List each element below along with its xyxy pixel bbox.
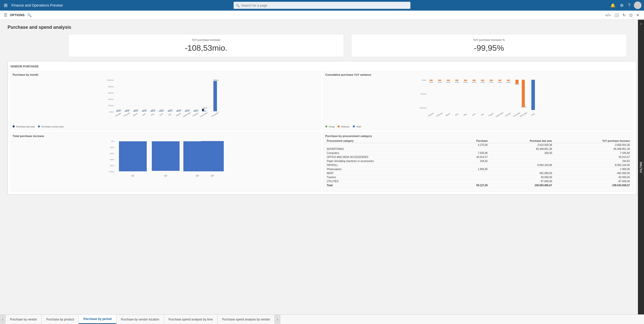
svg-text:-100mio.: -100mio. (419, 107, 427, 109)
procurement-title: Purchase by procurement category (325, 134, 631, 138)
svg-text:-1mio.: -1mio. (506, 81, 511, 83)
table-total-row: Total59.127,00108.593.685,67-108.534.558… (325, 183, 631, 187)
code-icon[interactable]: </> (604, 12, 611, 18)
legend-last-year: Purchase last year (13, 125, 35, 128)
svg-text:May: May (151, 113, 155, 116)
help-icon[interactable]: ? (627, 2, 631, 9)
search-input[interactable] (234, 2, 410, 9)
svg-rect-19 (133, 111, 135, 111)
svg-text:September: September (183, 112, 191, 118)
main-content: Purchase and spend analysis YoY purchase… (0, 20, 644, 314)
col-category: Procurement category (325, 139, 453, 143)
table-row: Photocopiers1.956,951.956,95 (325, 167, 631, 171)
svg-text:August: August (488, 112, 494, 117)
svg-rect-68 (438, 80, 441, 81)
svg-text:0mio.: 0mio. (109, 111, 114, 113)
table-row: Computers7.635,86200,007.435,86 (325, 151, 631, 155)
svg-rect-82 (498, 80, 501, 81)
table-row: 4.275,003.610.929,36-3.606.654,36 (325, 143, 631, 147)
svg-rect-78 (481, 80, 484, 81)
total-purchase-svg: 0% -20% -40% -60% -80% -100% (13, 139, 319, 188)
svg-rect-43 (202, 109, 204, 111)
svg-rect-38 (187, 111, 189, 111)
col-purchase: Purchase (453, 139, 489, 143)
cumulative-svg: 0mio. -50mio. -100mio. -1mio. -1mio. (325, 78, 631, 119)
svg-text:20mio.: 20mio. (108, 104, 114, 107)
svg-text:July: July (168, 113, 172, 116)
svg-text:-80%: -80% (109, 165, 114, 167)
table-row: PAYROLL8.954.104,95-8.954.104,95 (325, 163, 631, 167)
svg-text:-1mio.: -1mio. (472, 81, 477, 83)
svg-text:-1mio.: -1mio. (480, 81, 485, 83)
svg-text:1mio.: 1mio. (186, 109, 190, 111)
nav-right-icons: 🔔 ⚙ ? (609, 2, 641, 9)
svg-text:Total: Total (531, 113, 535, 116)
svg-rect-23 (144, 111, 146, 111)
svg-text:-1mio.: -1mio. (497, 81, 502, 83)
grid-icon[interactable]: ⊞ (3, 1, 9, 9)
svg-rect-25 (151, 111, 153, 111)
svg-rect-35 (179, 111, 181, 111)
avatar[interactable] (634, 2, 641, 9)
svg-rect-31 (168, 111, 170, 111)
svg-rect-122 (201, 141, 224, 171)
svg-rect-40 (193, 111, 195, 111)
legend-dot-reducer (338, 125, 340, 127)
svg-rect-14 (118, 111, 120, 111)
svg-text:Q3: Q3 (196, 174, 199, 177)
filter-panel[interactable]: ‹ FILTRE (638, 20, 644, 314)
table-row: Tractors40.000,00-40.000,00 (325, 175, 631, 179)
refresh-icon[interactable]: ↻ (622, 12, 627, 18)
svg-rect-86 (515, 80, 518, 84)
svg-rect-13 (116, 111, 118, 111)
settings-icon[interactable]: ⚙ (619, 2, 625, 9)
svg-text:March: March (133, 113, 138, 117)
legend-dot-last-year (13, 125, 15, 127)
menu-icon[interactable]: ☰ (4, 13, 7, 17)
svg-text:80mio.: 80mio. (108, 86, 114, 88)
svg-text:-100%: -100% (108, 171, 114, 173)
svg-rect-84 (507, 80, 510, 81)
legend-foreg: Foreg (325, 125, 335, 128)
svg-rect-46 (213, 81, 217, 111)
vendor-purchase-section: VENDOR PURCHASE Purchase by month 100mio… (8, 61, 636, 195)
kpi-value-0: -108,53mio. (75, 43, 338, 53)
cumulative-purchase-title: Cumulative purchase YoY variance (325, 73, 631, 76)
kpi-row: YoY purchase increase -108,53mio. YoY pu… (8, 34, 636, 57)
section-header: VENDOR PURCHASE (10, 64, 634, 69)
svg-text:1mio.: 1mio. (126, 109, 130, 111)
close-icon[interactable]: ✕ (635, 12, 640, 18)
table-header-row: Procurement category Purchase Purchase l… (325, 139, 631, 143)
table-row: Paper shredding machines or accessories2… (325, 159, 631, 163)
svg-text:1mio.: 1mio. (117, 109, 121, 111)
toolbar-search-icon[interactable]: 🔍 (27, 13, 32, 17)
svg-text:October: October (192, 112, 199, 117)
svg-rect-29 (161, 111, 163, 111)
split-icon[interactable]: ⊡ (629, 12, 633, 18)
svg-text:-1mio.: -1mio. (446, 81, 451, 83)
svg-text:-1mio.: -1mio. (463, 81, 468, 83)
svg-rect-17 (127, 111, 129, 111)
charts-grid: Purchase by month 100mio. 80mio. 60mio. … (10, 71, 634, 192)
svg-text:August: August (176, 112, 181, 117)
svg-rect-28 (159, 111, 161, 111)
svg-text:October: October (505, 112, 511, 117)
legend-current-year: Purchase current year (38, 125, 64, 128)
table-row: ADVERTISING95.408.851,36-95.408.851,36 (325, 147, 631, 151)
svg-text:40mio.: 40mio. (108, 98, 114, 100)
filter-label: FILTRE (639, 161, 642, 173)
purchase-by-month-title: Purchase by month (13, 73, 319, 76)
search-icon: 🔍 (236, 4, 240, 7)
svg-rect-16 (125, 111, 127, 111)
window-icon[interactable]: ⬜ (613, 12, 620, 18)
purchase-by-procurement-panel: Purchase by procurement category Procure… (323, 132, 634, 192)
cumul-legend: Foreg Reducer Total (325, 125, 631, 128)
svg-text:-1mio.: -1mio. (454, 81, 459, 83)
svg-text:-40%: -40% (109, 152, 114, 155)
table-row: UTILITIES87.600,00-87.600,00 (325, 179, 631, 183)
legend-dot-foreg (325, 125, 327, 127)
bell-icon[interactable]: 🔔 (609, 2, 616, 9)
svg-rect-32 (170, 111, 172, 111)
total-purchase-chart: 0% -20% -40% -60% -80% -100% (13, 139, 319, 190)
svg-text:Q1: Q1 (131, 174, 134, 177)
